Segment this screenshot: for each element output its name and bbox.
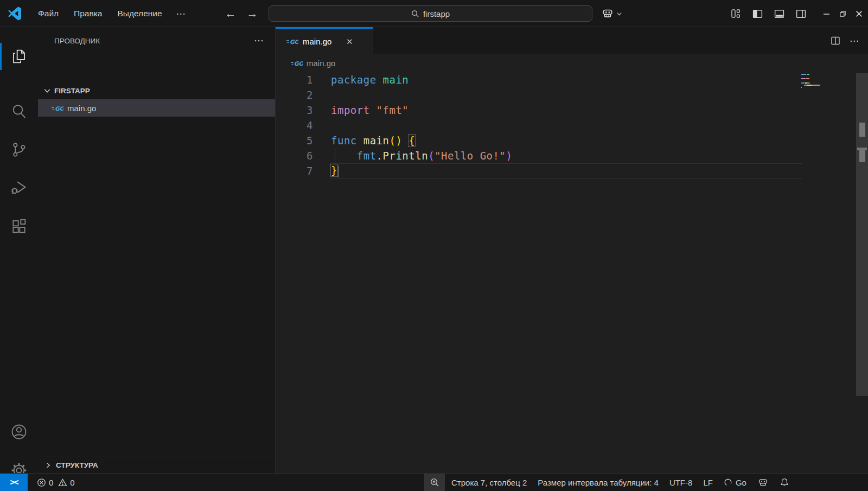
menu-selection[interactable]: Выделение <box>110 5 169 22</box>
problems-button[interactable]: 0 0 <box>33 474 79 491</box>
chevron-right-icon <box>44 462 52 469</box>
minimap-line <box>801 84 861 86</box>
vscode-logo-icon[interactable] <box>8 7 22 21</box>
cursor-position-button[interactable]: Строка 7, столбец 2 <box>446 474 532 491</box>
toggle-secondary-sidebar-icon[interactable] <box>794 7 807 20</box>
editor-more-actions-icon[interactable]: ⋯ <box>850 35 859 47</box>
code-line-5[interactable]: 5func main() { <box>276 133 868 148</box>
minimize-button[interactable] <box>819 7 833 21</box>
explorer-more-actions-icon[interactable]: ⋯ <box>254 27 264 54</box>
zoom-in-icon <box>430 477 439 487</box>
minimap-line <box>801 78 861 79</box>
token: "Hello Go!" <box>435 150 506 162</box>
token: Println <box>383 150 429 162</box>
token: } <box>331 164 337 176</box>
encoding-text: UTF-8 <box>669 478 693 487</box>
indentation-button[interactable]: Размер интервала табуляции: 4 <box>532 474 664 491</box>
indentation-text: Размер интервала табуляции: 4 <box>538 478 659 487</box>
code-line-4[interactable]: 4 <box>276 118 868 133</box>
token: main <box>363 135 390 146</box>
language-status-button[interactable]: Go <box>718 474 752 491</box>
token: ) <box>506 150 512 162</box>
sidebar-item-search[interactable] <box>0 93 38 129</box>
command-center-search[interactable]: firstapp <box>269 5 592 22</box>
token: fmt <box>357 150 376 162</box>
code-line-2[interactable]: 2 <box>276 87 868 103</box>
restore-button[interactable] <box>835 7 850 21</box>
svg-text:GO: GO <box>55 105 63 111</box>
token: . <box>376 150 383 162</box>
activity-bar <box>0 27 38 473</box>
file-name: main.go <box>67 104 96 113</box>
sidebar-header: ПРОВОДНИК ⋯ <box>38 27 275 54</box>
minimap-token <box>807 85 812 86</box>
svg-text:GO: GO <box>290 39 298 45</box>
extensions-icon <box>10 218 28 235</box>
token: import <box>331 104 370 116</box>
code-line-1[interactable]: 1package main <box>276 72 868 87</box>
editor-tab-bar: GO main.go ✕ ⋯ <box>276 27 868 54</box>
copilot-status-button[interactable] <box>752 474 774 491</box>
minimap-token <box>806 78 809 79</box>
token: () <box>389 135 402 146</box>
menu-edit[interactable]: Правка <box>66 5 110 22</box>
copilot-icon <box>757 477 769 488</box>
sidebar-item-extensions[interactable] <box>0 208 38 244</box>
minimap-token <box>809 82 810 84</box>
sidebar-title: ПРОВОДНИК <box>54 37 100 45</box>
vertical-scrollbar[interactable] <box>856 73 868 396</box>
section-outline[interactable]: СТРУКТУРА <box>38 456 275 474</box>
files-icon <box>10 48 28 65</box>
minimap-token <box>812 85 820 86</box>
vscode-window: Файл Правка Выделение ⋯ ← → firstapp <box>0 0 868 491</box>
window-controls <box>725 0 868 27</box>
folder-name: FIRSTAPP <box>54 87 90 95</box>
token <box>357 135 363 146</box>
eol-text: LF <box>703 478 713 487</box>
tab-maingo[interactable]: GO main.go ✕ <box>276 27 373 54</box>
token: main <box>383 74 409 86</box>
menu-more-icon[interactable]: ⋯ <box>170 5 193 23</box>
minimap[interactable] <box>801 73 861 88</box>
code-text: func main() { <box>313 135 415 146</box>
text-cursor <box>338 165 339 177</box>
tab-close-icon[interactable]: ✕ <box>343 36 355 48</box>
sidebar-item-run-debug[interactable] <box>0 169 38 205</box>
minimap-token <box>801 78 806 79</box>
encoding-button[interactable]: UTF-8 <box>664 474 698 491</box>
account-icon <box>10 423 28 441</box>
copilot-menu-button[interactable] <box>601 5 622 22</box>
section-outline-label: СТРУКТУРА <box>56 461 98 469</box>
go-file-icon: GO <box>291 59 303 67</box>
loading-spinner-icon <box>724 478 732 487</box>
folder-row-firstapp[interactable]: FIRSTAPP <box>38 82 275 99</box>
source-control-branch-icon <box>10 141 28 158</box>
zoom-indicator-button[interactable] <box>424 474 445 491</box>
code-editor[interactable]: 1package main23import "fmt"45func main()… <box>276 72 868 473</box>
account-button[interactable] <box>0 414 38 450</box>
navigate-back-icon[interactable]: ← <box>221 0 240 27</box>
sidebar-item-source-control[interactable] <box>0 132 38 168</box>
menu-file[interactable]: Файл <box>30 5 66 22</box>
code-text: import "fmt" <box>313 104 409 116</box>
sidebar-item-explorer[interactable] <box>0 39 38 74</box>
chevron-down-icon <box>43 87 51 94</box>
eol-button[interactable]: LF <box>698 474 718 491</box>
breadcrumb[interactable]: GO main.go <box>276 54 868 72</box>
navigate-forward-icon[interactable]: → <box>243 0 261 27</box>
line-number: 2 <box>276 89 313 101</box>
toggle-panel-icon[interactable] <box>773 7 786 20</box>
remote-indicator-button[interactable]: >< <box>0 474 28 491</box>
file-row-maingo[interactable]: GO main.go <box>38 99 275 117</box>
go-file-icon: GO <box>52 104 63 112</box>
code-line-7[interactable]: 7} <box>276 163 868 178</box>
code-line-6[interactable]: 6 fmt.Println("Hello Go!") <box>276 148 868 163</box>
toggle-primary-sidebar-icon[interactable] <box>751 7 764 20</box>
notifications-button[interactable] <box>774 474 795 491</box>
split-editor-icon[interactable] <box>830 35 841 46</box>
code-line-3[interactable]: 3import "fmt" <box>276 103 868 118</box>
close-window-button[interactable] <box>852 7 866 21</box>
token: func <box>331 135 357 146</box>
run-debug-icon <box>10 178 28 196</box>
customize-layout-icon[interactable] <box>729 7 742 20</box>
